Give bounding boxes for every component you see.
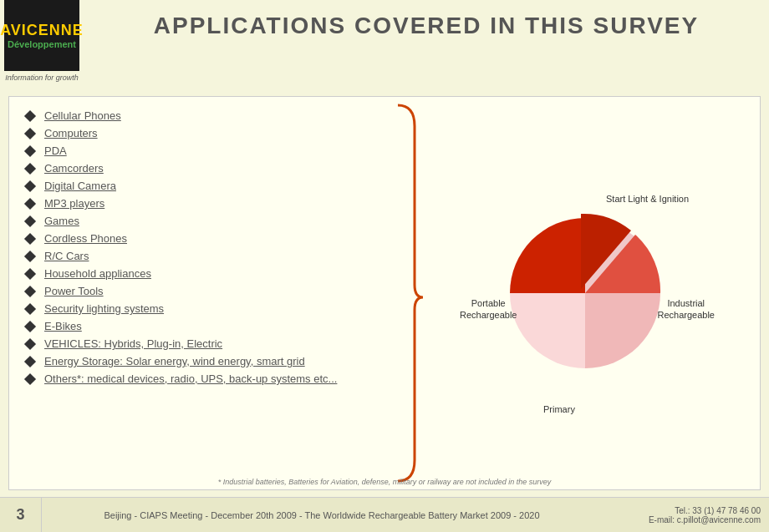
list-item: Security lighting systems — [26, 302, 410, 315]
list-item: Others*: medical devices, radio, UPS, ba… — [26, 372, 410, 385]
item-label: Digital Camera — [44, 180, 116, 192]
bullet-diamond — [24, 197, 36, 209]
list-item: Cordless Phones — [26, 232, 410, 245]
startlight-slice — [510, 218, 585, 293]
right-chart-area: Start Light & Ignition IndustrialRecharg… — [427, 97, 760, 489]
pie-chart — [502, 210, 669, 377]
bullet-diamond — [24, 162, 36, 174]
item-label: Security lighting systems — [44, 302, 164, 315]
logo-name: AVICENNE — [0, 22, 84, 39]
item-label: Energy Storage: Solar energy, wind energ… — [44, 355, 305, 367]
bullet-diamond — [24, 372, 36, 384]
list-item: Energy Storage: Solar energy, wind energ… — [26, 355, 410, 367]
footer-email: E-mail: c.pillot@avicenne.com — [602, 515, 761, 524]
footer: 3 Beijing - CIAPS Meeting - December 20t… — [0, 497, 769, 532]
bullet-diamond — [24, 232, 36, 244]
bullet-diamond — [24, 285, 36, 296]
industrial-label: IndustrialRechargeable — [658, 297, 716, 322]
item-label: VEHICLES: Hybrids, Plug-in, Electric — [44, 337, 222, 350]
brace-icon — [390, 101, 427, 485]
item-label: MP3 players — [44, 197, 104, 210]
page-number: 3 — [0, 498, 42, 532]
bullet-diamond — [24, 320, 36, 332]
logo-box: AVICENNE Développement — [4, 0, 79, 71]
list-item: PDA — [26, 144, 410, 157]
list-item: MP3 players — [26, 197, 410, 210]
footnote: * Industrial batteries, Batteries for Av… — [0, 478, 769, 486]
footer-tel: Tel.: 33 (1) 47 78 46 00 — [602, 506, 761, 515]
footer-center-text: Beijing - CIAPS Meeting - December 20th … — [42, 510, 602, 520]
primary-label: Primary — [543, 404, 575, 414]
list-item: VEHICLES: Hybrids, Plug-in, Electric — [26, 337, 410, 350]
bullet-diamond — [24, 127, 36, 139]
portable-label: PortableRechargeable — [460, 297, 517, 322]
footer-contact: Tel.: 33 (1) 47 78 46 00 E-mail: c.pillo… — [602, 506, 769, 524]
bullet-diamond — [24, 109, 36, 121]
bullet-diamond — [24, 355, 36, 367]
item-label: Cordless Phones — [44, 232, 127, 245]
item-label: Cellular Phones — [44, 109, 121, 122]
list-item: Games — [26, 215, 410, 227]
item-label: Others*: medical devices, radio, UPS, ba… — [44, 372, 337, 385]
item-label: Power Tools — [44, 285, 104, 297]
item-label: E-Bikes — [44, 320, 82, 332]
start-light-label: Start Light & Ignition — [606, 193, 689, 205]
list-item: Camcorders — [26, 162, 410, 175]
list-item: E-Bikes — [26, 320, 410, 332]
item-label: Household appliances — [44, 267, 151, 280]
bullet-diamond — [24, 337, 36, 349]
bullet-diamond — [24, 302, 36, 314]
item-label: Camcorders — [44, 162, 104, 175]
logo-dev: Développement — [8, 39, 76, 49]
list-item: Power Tools — [26, 285, 410, 297]
bullet-diamond — [24, 250, 36, 261]
primary-slice2 — [585, 293, 660, 368]
main-content: Cellular Phones Computers PDA Camcorders… — [8, 96, 761, 490]
list-item: Cellular Phones — [26, 109, 410, 122]
logo-area: AVICENNE Développement Information for g… — [0, 0, 84, 92]
page-title: APPLICATIONS COVERED IN THIS SURVEY — [92, 13, 761, 39]
bullet-diamond — [24, 215, 36, 226]
item-label: Computers — [44, 127, 98, 139]
bullet-diamond — [24, 267, 36, 279]
logo-tagline: Information for growth — [5, 73, 79, 82]
list-item: Household appliances — [26, 267, 410, 280]
item-label: R/C Cars — [44, 250, 89, 262]
list-item: Computers — [26, 127, 410, 139]
portable-slice — [510, 293, 585, 368]
bullet-diamond — [24, 144, 36, 156]
bullet-diamond — [24, 180, 36, 191]
item-label: Games — [44, 215, 79, 227]
item-label: PDA — [44, 144, 67, 157]
left-list: Cellular Phones Computers PDA Camcorders… — [9, 97, 427, 489]
list-item: Digital Camera — [26, 180, 410, 192]
list-item: R/C Cars — [26, 250, 410, 262]
